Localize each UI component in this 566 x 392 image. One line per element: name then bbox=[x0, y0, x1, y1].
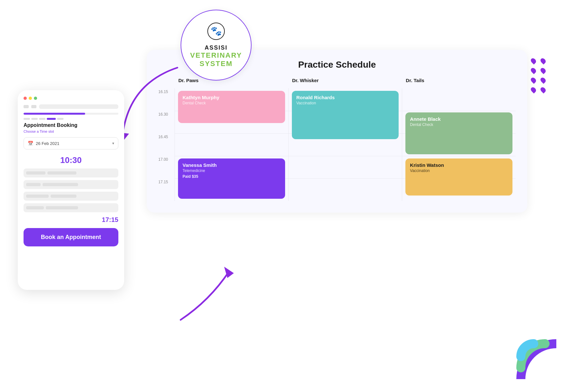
step-dot bbox=[24, 118, 30, 120]
appt-type: Telemedicine bbox=[183, 168, 281, 173]
mobile-mockup: Appointment Booking Choose a Time slot 📅… bbox=[18, 90, 124, 290]
appt-type: Vaccination bbox=[296, 101, 394, 105]
svg-text:🐾: 🐾 bbox=[211, 26, 222, 36]
date-selector[interactable]: 📅 26 Feb 2021 ▾ bbox=[24, 137, 118, 149]
doctor-header-tails: Dr. Tails bbox=[402, 78, 516, 88]
nav-forward bbox=[31, 105, 36, 108]
appt-name: Kristin Watson bbox=[410, 162, 508, 168]
dot bbox=[530, 77, 537, 84]
selected-date: 26 Feb 2021 bbox=[36, 141, 110, 146]
mobile-booking-subtitle: Choose a Time slot bbox=[24, 129, 118, 133]
appt-type: Vaccination bbox=[410, 168, 508, 173]
appointment-kristin[interactable]: Kristin Watson Vaccination bbox=[405, 158, 512, 196]
dot bbox=[540, 86, 547, 94]
dot bbox=[540, 67, 547, 74]
dot-green bbox=[34, 97, 37, 100]
divider bbox=[402, 111, 516, 111]
chevron-down-icon: ▾ bbox=[112, 141, 114, 146]
appt-paid: Paid $35 bbox=[183, 174, 281, 179]
row-part bbox=[26, 206, 44, 209]
arrow-up-right bbox=[171, 262, 242, 328]
appointment-ronald[interactable]: Ronald Richards Vaccination bbox=[292, 91, 399, 139]
row-part bbox=[47, 171, 76, 175]
divider bbox=[289, 156, 402, 156]
progress-bar bbox=[24, 113, 118, 115]
time-1715: 17.15 bbox=[158, 178, 174, 201]
dr-whisker-column: Ronald Richards Vaccination bbox=[288, 88, 402, 201]
arcs-decoration bbox=[485, 308, 556, 379]
dr-tails-column: Annete Black Dental Check Kristin Watson… bbox=[402, 88, 516, 201]
appt-name: Ronald Richards bbox=[296, 95, 394, 100]
row-part bbox=[26, 195, 49, 198]
row-part bbox=[43, 183, 78, 186]
dot bbox=[530, 86, 537, 94]
time-1700: 17.00 bbox=[158, 156, 174, 178]
step-dot bbox=[31, 118, 38, 120]
address-bar bbox=[39, 104, 118, 109]
step-dot bbox=[39, 118, 45, 120]
list-row bbox=[24, 180, 118, 189]
dot bbox=[530, 67, 537, 74]
schedule-grid: Dr. Paws Dr. Whisker Dr. Tails 16.15 16.… bbox=[158, 78, 516, 201]
progress-fill bbox=[24, 113, 85, 115]
divider bbox=[289, 178, 402, 179]
logo-vet: VETERINARY bbox=[190, 51, 242, 60]
appointment-vanessa[interactable]: Vanessa Smith Telemedicine Paid $35 bbox=[178, 158, 285, 199]
dot-red bbox=[24, 97, 27, 100]
dot bbox=[530, 57, 537, 65]
appt-name: Annete Black bbox=[410, 116, 508, 122]
book-appointment-button[interactable]: Book an Appointment bbox=[24, 228, 118, 246]
logo-system: SYSTEM bbox=[200, 60, 233, 68]
doctor-header-whisker: Dr. Whisker bbox=[288, 78, 402, 88]
appt-name: Vanessa Smith bbox=[183, 162, 281, 168]
list-rows bbox=[24, 168, 118, 212]
row-part bbox=[46, 206, 78, 209]
logo-icon: 🐾 bbox=[207, 23, 225, 43]
logo-circle: 🐾 ASSISI VETERINARY SYSTEM bbox=[181, 10, 252, 81]
divider bbox=[402, 156, 516, 156]
appt-type: Dental Check bbox=[410, 122, 508, 127]
divider bbox=[175, 156, 288, 156]
step-dot-active bbox=[47, 118, 56, 120]
mobile-booking-title: Appointment Booking bbox=[24, 122, 118, 128]
row-part bbox=[51, 195, 76, 198]
logo-assisi: ASSISI bbox=[204, 44, 227, 51]
row-part bbox=[26, 171, 45, 175]
list-row bbox=[24, 168, 118, 177]
row-part bbox=[26, 183, 41, 186]
dot bbox=[540, 77, 547, 84]
list-row bbox=[24, 192, 118, 201]
mobile-top-dots bbox=[24, 97, 118, 100]
nav-back bbox=[24, 105, 29, 108]
step-dot bbox=[57, 118, 64, 120]
calendar-icon: 📅 bbox=[28, 141, 33, 146]
time-slot-top: 10:30 bbox=[24, 155, 118, 165]
step-indicator bbox=[24, 118, 118, 120]
dot bbox=[540, 57, 547, 65]
mobile-nav-bar bbox=[24, 104, 118, 109]
list-row bbox=[24, 203, 118, 212]
appointment-annete[interactable]: Annete Black Dental Check bbox=[405, 112, 512, 154]
time-slot-bottom: 17:15 bbox=[24, 216, 118, 224]
dot-yellow bbox=[29, 97, 32, 100]
